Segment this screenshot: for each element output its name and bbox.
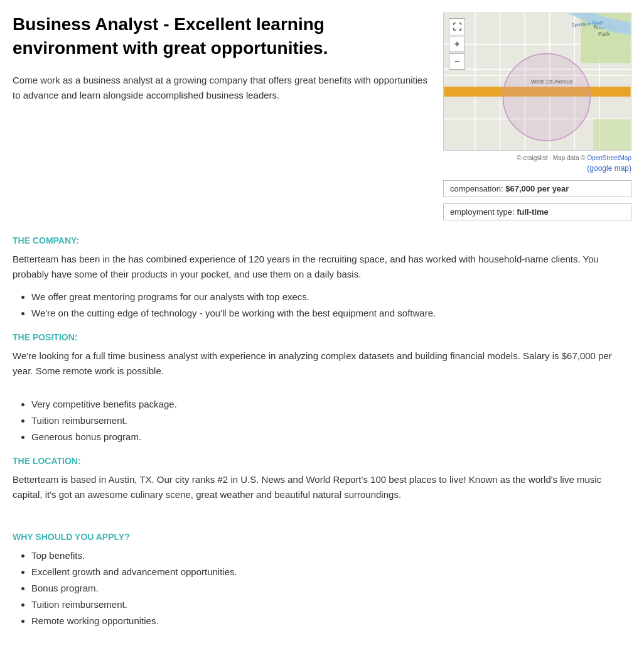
section-location-heading: THE LOCATION: — [13, 456, 631, 466]
list-item: Generous bonus program. — [31, 429, 631, 445]
employment-badge: employment type: full-time — [443, 203, 631, 220]
section-company: THE COMPANY: Betterteam has been in the … — [13, 235, 631, 321]
map-svg: Riverfront Park Spokane River West 1st A… — [444, 13, 631, 150]
section-location-body: Betterteam is based in Austin, TX. Our c… — [13, 472, 631, 502]
employment-value: full-time — [517, 207, 549, 217]
section-company-heading: THE COMPANY: — [13, 235, 631, 246]
section-why-apply-heading: WHY SHOULD YOU APPLY? — [13, 532, 631, 542]
main-content: THE COMPANY: Betterteam has been in the … — [13, 235, 631, 629]
list-item: Top benefits. — [31, 548, 631, 563]
page-container: Business Analyst - Excellent learning en… — [0, 0, 644, 648]
list-item: Very competitive benefits package. — [31, 397, 631, 412]
map-controls: ⛶ + − — [449, 18, 465, 70]
zoom-out-button[interactable]: − — [449, 53, 465, 70]
list-item: Bonus program. — [31, 581, 631, 596]
section-position-heading: THE POSITION: — [13, 332, 631, 342]
section-position: THE POSITION: We're looking for a full t… — [13, 332, 631, 445]
svg-rect-21 — [593, 119, 630, 150]
right-sidebar: Riverfront Park Spokane River West 1st A… — [443, 13, 631, 224]
section-position-bullets: Very competitive benefits package. Tuiti… — [13, 397, 631, 445]
employment-label: employment type: — [450, 207, 515, 217]
map-attribution: © craigslist · Map data © OpenStreetMap — [443, 154, 631, 161]
map-container: Riverfront Park Spokane River West 1st A… — [443, 13, 631, 151]
list-item: Excellent growth and advancement opportu… — [31, 564, 631, 580]
compensation-value: $67,000 per year — [505, 184, 569, 193]
section-why-apply-bullets: Top benefits. Excellent growth and advan… — [13, 548, 631, 629]
intro-paragraph: Come work as a business analyst at a gro… — [13, 73, 431, 103]
compensation-badge: compensation: $67,000 per year — [443, 180, 631, 197]
zoom-in-button[interactable]: + — [449, 36, 465, 52]
list-item: We offer great mentoring programs for ou… — [31, 289, 631, 305]
left-content: Business Analyst - Excellent learning en… — [13, 13, 431, 116]
list-item: Remote working opportunities. — [31, 613, 631, 629]
page-title: Business Analyst - Excellent learning en… — [13, 13, 431, 60]
list-item: We're on the cutting edge of technology … — [31, 306, 631, 321]
section-why-apply: WHY SHOULD YOU APPLY? Top benefits. Exce… — [13, 510, 631, 629]
google-map-link-container: (google map) — [443, 164, 631, 173]
expand-button[interactable]: ⛶ — [449, 18, 465, 35]
list-item: Tuition reimbursement. — [31, 597, 631, 612]
section-position-body: We're looking for a full time business a… — [13, 348, 631, 379]
section-location: THE LOCATION: Betterteam is based in Aus… — [13, 456, 631, 502]
section-company-body: Betterteam has been in the has combined … — [13, 252, 631, 282]
svg-text:West 1st Avenue: West 1st Avenue — [531, 78, 573, 85]
list-item: Tuition reimbursement. — [31, 413, 631, 428]
section-company-bullets: We offer great mentoring programs for ou… — [13, 289, 631, 321]
svg-point-19 — [503, 53, 591, 141]
openstreetmap-link[interactable]: OpenStreetMap — [587, 154, 631, 161]
compensation-label: compensation: — [450, 184, 503, 193]
top-section: Business Analyst - Excellent learning en… — [13, 13, 631, 224]
info-badges: compensation: $67,000 per year employmen… — [443, 180, 631, 224]
svg-text:Park: Park — [598, 31, 610, 37]
google-map-link[interactable]: (google map) — [587, 164, 631, 173]
